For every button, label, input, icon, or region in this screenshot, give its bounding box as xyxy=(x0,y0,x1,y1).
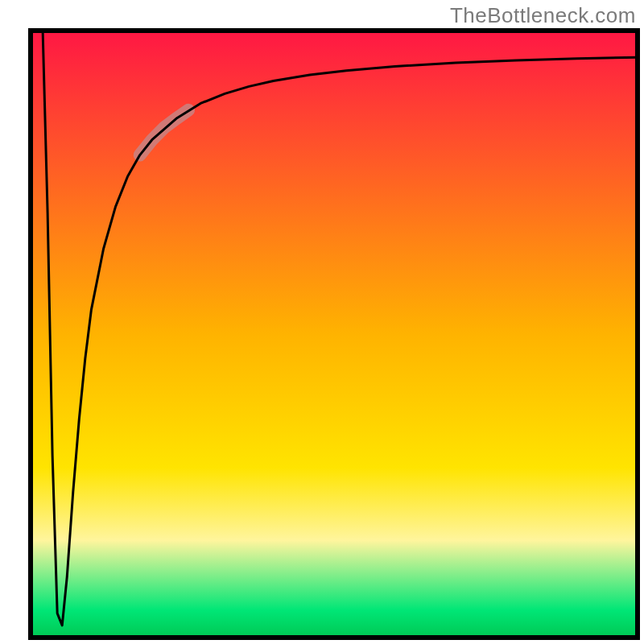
gradient-background xyxy=(31,31,638,638)
chart-stage: TheBottleneck.com xyxy=(0,0,644,644)
bottleneck-chart xyxy=(0,0,644,644)
